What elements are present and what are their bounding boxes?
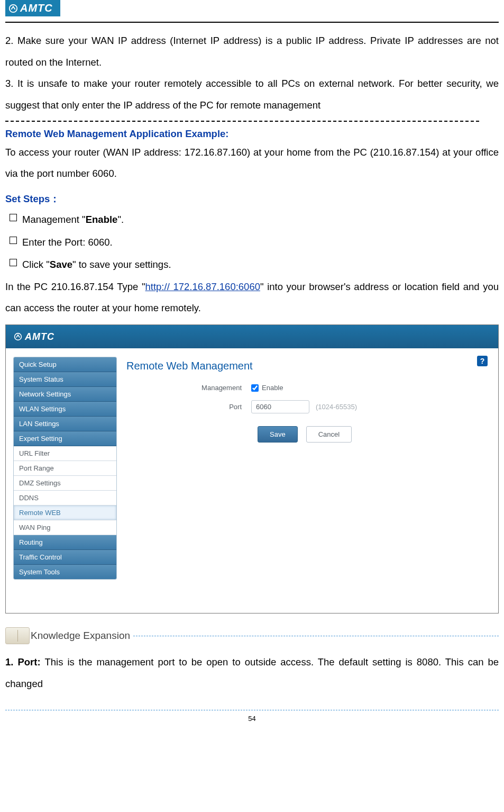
knowledge-port-bold: 1. Port: <box>5 656 45 667</box>
nav-wan-ping[interactable]: WAN Ping <box>14 520 116 535</box>
row-port: Port (1024-65535) <box>184 400 491 413</box>
para-3: 3. It is unsafe to make your router remo… <box>5 73 499 116</box>
row-management: Management Enable <box>184 384 491 392</box>
label-enable: Enable <box>262 384 283 392</box>
nav-network-settings[interactable]: Network Settings <box>14 387 116 402</box>
page-number: 54 <box>5 715 499 723</box>
nav-routing[interactable]: Routing <box>14 535 116 550</box>
bottom-dashes <box>5 710 499 710</box>
logo-text: AMTC <box>20 2 53 14</box>
para-2: 2. Make sure your WAN IP address (Intern… <box>5 30 499 73</box>
knowledge-row: Knowledge Expansion <box>5 627 499 644</box>
label-port: Port <box>184 403 242 411</box>
example-url-link[interactable]: http:// 172.16.87.160:6060 <box>145 281 260 292</box>
label-management: Management <box>184 384 242 392</box>
input-port[interactable] <box>251 400 309 413</box>
header-logo: AMTC <box>5 0 60 16</box>
example-text: To access your router (WAN IP address: 1… <box>5 142 499 185</box>
step-3b: Save <box>50 259 72 270</box>
nav-traffic-control[interactable]: Traffic Control <box>14 550 116 565</box>
nav-wlan-settings[interactable]: WLAN Settings <box>14 402 116 417</box>
step-2: Enter the Port: 6060. <box>22 231 499 254</box>
knowledge-label: Knowledge Expansion <box>31 630 130 642</box>
ss-content: ? Remote Web Management Management Enabl… <box>125 357 491 606</box>
step-list: Management "Enable". Enter the Port: 606… <box>5 209 499 276</box>
nav-remote-web[interactable]: Remote WEB <box>14 506 116 520</box>
nav-system-status[interactable]: System Status <box>14 372 116 387</box>
nav-port-range[interactable]: Port Range <box>14 461 116 476</box>
nav-lan-settings[interactable]: LAN Settings <box>14 417 116 431</box>
after-steps-para: In the PC 210.16.87.154 Type "http:// 17… <box>5 276 499 319</box>
nav-url-filter[interactable]: URL Filter <box>14 446 116 461</box>
nav-dmz-settings[interactable]: DMZ Settings <box>14 476 116 491</box>
step-1b: Enable <box>86 214 118 225</box>
help-icon[interactable]: ? <box>477 356 488 366</box>
example-heading: Remote Web Management Application Exampl… <box>5 128 499 140</box>
ss-form: Management Enable Port (1024-65535) Save… <box>184 384 491 443</box>
step-1a: Management " <box>22 214 86 225</box>
header-rule <box>5 22 499 23</box>
ss-sidebar: Quick Setup System Status Network Settin… <box>13 357 117 606</box>
nav-ddns[interactable]: DDNS <box>14 491 116 506</box>
ss-buttons: Save Cancel <box>258 426 491 443</box>
ss-header: AMTC <box>6 325 498 348</box>
nav-system-tools[interactable]: System Tools <box>14 565 116 579</box>
after-pre: In the PC 210.16.87.154 Type " <box>5 281 145 292</box>
nav-quick-setup[interactable]: Quick Setup <box>14 357 116 372</box>
divider-dashed <box>5 121 479 122</box>
gauge-icon <box>13 332 23 341</box>
hint-port-range: (1024-65535) <box>316 403 357 411</box>
knowledge-port-para: 1. Port: This is the management port to … <box>5 652 499 694</box>
set-steps-label: Set Steps： <box>5 192 499 205</box>
knowledge-dashes <box>133 636 499 636</box>
gauge-icon <box>8 4 18 13</box>
step-3a: Click " <box>22 259 50 270</box>
book-icon <box>5 627 30 644</box>
nav-expert-setting[interactable]: Expert Setting <box>14 431 116 446</box>
cancel-button[interactable]: Cancel <box>306 426 352 443</box>
ss-logo-text: AMTC <box>25 331 54 342</box>
knowledge-port-text: This is the management port to be open t… <box>5 656 499 689</box>
step-3c: " to save your settings. <box>72 259 171 270</box>
router-screenshot: AMTC Quick Setup System Status Network S… <box>5 324 499 613</box>
step-1c: ". <box>117 214 124 225</box>
checkbox-enable[interactable] <box>251 384 259 392</box>
ss-nav: Quick Setup System Status Network Settin… <box>13 357 117 580</box>
step-1: Management "Enable". <box>22 209 499 231</box>
save-button[interactable]: Save <box>258 426 298 443</box>
step-3: Click "Save" to save your settings. <box>22 254 499 276</box>
ss-title: Remote Web Management <box>126 360 491 372</box>
